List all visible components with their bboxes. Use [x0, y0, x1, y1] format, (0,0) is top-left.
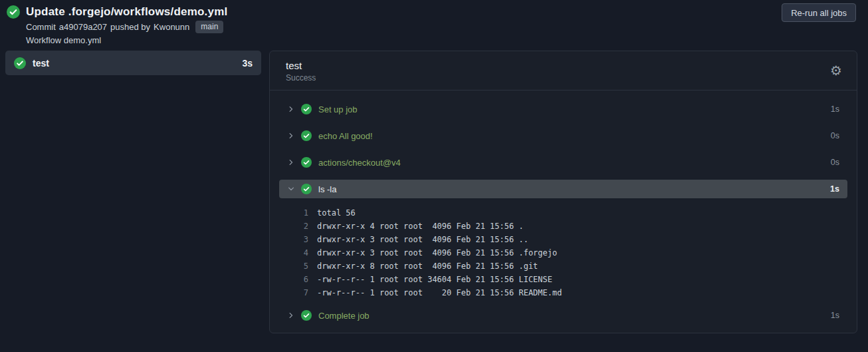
commit-prefix: Commit — [26, 22, 56, 32]
step-duration: 1s — [831, 104, 839, 114]
log-line-number: 5 — [288, 260, 308, 273]
log-line: 3 drwxr-xr-x 3 root root 4096 Feb 21 15:… — [279, 233, 847, 246]
log-line-text: drwxr-xr-x 3 root root 4096 Feb 21 15:56… — [308, 233, 528, 246]
log-line-text: drwxr-xr-x 3 root root 4096 Feb 21 15:56… — [308, 246, 557, 260]
jobs-sidebar: test 3s — [5, 51, 261, 75]
steps-list: Set up job 1s echo All good! 0s actions/… — [270, 90, 857, 333]
success-check-icon — [14, 57, 26, 69]
log-line-text: -rw-r--r-- 1 root root 34604 Feb 21 15:5… — [308, 273, 552, 286]
rerun-all-jobs-button[interactable]: Re-run all jobs — [782, 3, 856, 22]
chevron-right-icon[interactable] — [287, 105, 295, 113]
chevron-right-icon[interactable] — [287, 158, 295, 166]
gear-icon[interactable]: ⚙ — [830, 64, 842, 77]
job-title: test — [286, 60, 841, 71]
step-name: Set up job — [318, 104, 831, 114]
run-title: Update .forgejo/workflows/demo.yml — [26, 5, 227, 19]
commit-line: Commit a49079a207 pushed by Kwonunn main — [26, 21, 856, 33]
log-line-text: total 56 — [308, 206, 356, 220]
run-header: Update .forgejo/workflows/demo.yml Commi… — [0, 0, 868, 49]
step-duration: 1s — [830, 184, 839, 194]
log-line-text: drwxr-xr-x 4 root root 4096 Feb 21 15:56… — [308, 220, 524, 233]
step-name: Complete job — [318, 311, 831, 321]
step-duration: 0s — [831, 131, 839, 140]
success-check-icon — [301, 184, 312, 194]
log-line-number: 3 — [288, 233, 308, 246]
step-name: echo All good! — [318, 131, 831, 141]
job-detail-header: test Success ⚙ — [270, 51, 857, 90]
log-line-number: 6 — [288, 273, 308, 286]
log-line-number: 4 — [288, 246, 308, 260]
job-detail-panel: test Success ⚙ Set up job 1s echo All go… — [269, 51, 857, 333]
log-line: 4 drwxr-xr-x 3 root root 4096 Feb 21 15:… — [279, 246, 847, 260]
log-line-text: drwxr-xr-x 8 root root 4096 Feb 21 15:56… — [308, 260, 538, 273]
step-duration: 1s — [831, 311, 839, 320]
step-name: ls -la — [318, 184, 830, 194]
step-row[interactable]: echo All good! 0s — [279, 126, 847, 145]
workflow-line: Workflow demo.yml — [26, 35, 856, 45]
commit-author-link[interactable]: Kwonunn — [154, 22, 189, 32]
commit-middle-text: pushed by — [110, 22, 150, 32]
job-status-text: Success — [286, 73, 841, 83]
sidebar-item-job-test[interactable]: test 3s — [5, 51, 261, 75]
commit-sha-link[interactable]: a49079a207 — [59, 22, 107, 32]
success-check-icon — [301, 157, 312, 168]
log-line-number: 7 — [288, 286, 308, 299]
log-line: 7 -rw-r--r-- 1 root root 20 Feb 21 15:56… — [279, 286, 847, 299]
log-line: 6 -rw-r--r-- 1 root root 34604 Feb 21 15… — [279, 273, 847, 286]
log-line: 5 drwxr-xr-x 8 root root 4096 Feb 21 15:… — [279, 260, 847, 273]
log-output: 1 total 56 2 drwxr-xr-x 4 root root 4096… — [279, 206, 847, 299]
step-row[interactable]: Set up job 1s — [279, 100, 847, 118]
success-check-icon — [301, 130, 312, 141]
log-line-number: 1 — [288, 206, 308, 220]
success-check-icon — [301, 310, 312, 321]
success-check-icon — [301, 104, 312, 114]
log-line: 2 drwxr-xr-x 4 root root 4096 Feb 21 15:… — [279, 220, 847, 233]
job-name: test — [33, 58, 242, 69]
chevron-down-icon[interactable] — [287, 185, 295, 193]
step-row[interactable]: Complete job 1s — [279, 306, 847, 325]
log-line-number: 2 — [288, 220, 308, 233]
branch-badge[interactable]: main — [195, 21, 223, 33]
step-row[interactable]: ls -la 1s — [279, 180, 847, 198]
job-duration: 3s — [242, 58, 253, 69]
step-row[interactable]: actions/checkout@v4 0s — [279, 153, 847, 172]
chevron-right-icon[interactable] — [287, 311, 295, 319]
log-line: 1 total 56 — [279, 206, 847, 220]
chevron-right-icon[interactable] — [287, 132, 295, 140]
step-duration: 0s — [831, 158, 839, 167]
success-check-icon — [7, 5, 20, 19]
step-name: actions/checkout@v4 — [318, 158, 831, 168]
log-line-text: -rw-r--r-- 1 root root 20 Feb 21 15:56 R… — [308, 286, 562, 299]
